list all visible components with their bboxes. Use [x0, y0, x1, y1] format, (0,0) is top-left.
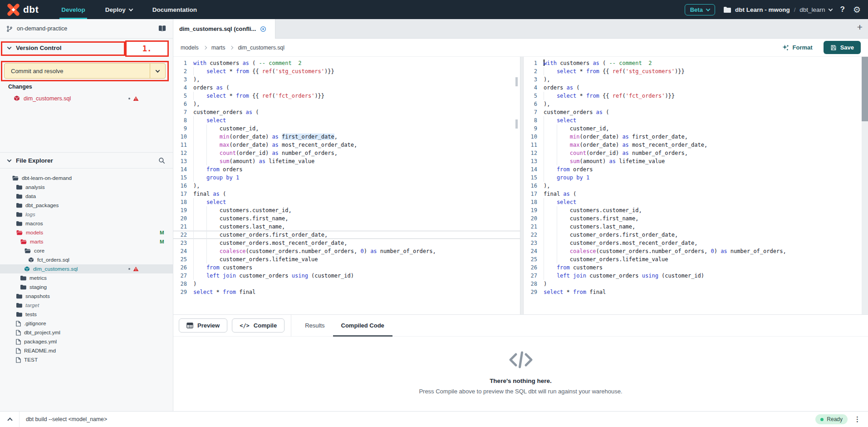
tree-item-label: logs — [25, 211, 35, 218]
line-number: 21 — [524, 223, 537, 231]
tree-item-staging[interactable]: staging — [0, 283, 173, 292]
line-number: 3 — [524, 75, 537, 84]
tree-item-metrics[interactable]: metrics — [0, 273, 173, 283]
folder-icon — [16, 293, 22, 299]
tree-item-data[interactable]: data — [0, 192, 173, 201]
chevron-up-icon[interactable] — [7, 417, 12, 422]
code-line: 25customer_orders.lifetime_value — [524, 255, 868, 263]
code-editor-left[interactable]: 1with customers as ( -- comment 22select… — [173, 57, 520, 314]
tree-item-models[interactable]: modelsM — [0, 228, 173, 237]
tree-item-label: core — [34, 248, 44, 254]
dbt-logo[interactable]: dbt — [7, 0, 39, 19]
tree-item-label: dbt_project.yml — [24, 329, 60, 336]
code-line: 7customer_orders as ( — [173, 108, 520, 116]
tree-item-snapshots[interactable]: snapshots — [0, 292, 173, 301]
settings-gear-icon[interactable]: ⚙ — [853, 5, 861, 15]
code-line: 2select * from {{ ref('stg_customers')}} — [173, 67, 520, 75]
project-dropdown[interactable]: dbt_learn — [799, 6, 832, 13]
nav-develop[interactable]: Develop — [59, 0, 87, 19]
chevron-right-icon — [203, 45, 206, 49]
open-file-tab[interactable]: dim_customers.sql (confli... — [173, 19, 275, 39]
line-number: 9 — [173, 124, 187, 133]
line-number: 26 — [524, 263, 537, 272]
line-number: 13 — [524, 157, 537, 165]
breadcrumb-file[interactable]: dim_customers.sql — [238, 45, 284, 51]
scrollbar[interactable] — [862, 57, 868, 314]
tree-item-logs[interactable]: logs — [0, 210, 173, 219]
search-icon[interactable] — [158, 157, 165, 164]
line-number: 26 — [173, 263, 187, 272]
empty-state-subtitle: Press Compile above to preview the SQL d… — [173, 388, 868, 395]
tree-item-.gitignore[interactable]: .gitignore — [0, 319, 173, 328]
tree-item-README.md[interactable]: README.md — [0, 346, 173, 355]
divider — [291, 315, 291, 337]
file-explorer-header[interactable]: File Explorer — [0, 152, 173, 169]
tree-item-macros[interactable]: macros — [0, 219, 173, 228]
help-icon[interactable]: ? — [840, 5, 845, 14]
tree-item-dim_customers.sql[interactable]: dim_customers.sql — [0, 264, 173, 273]
line-number: 4 — [173, 84, 187, 92]
tree-item-target[interactable]: target — [0, 301, 173, 310]
code-line: 17final as ( — [524, 190, 868, 198]
tree-item-label: tests — [25, 311, 37, 318]
tree-item-label: fct_orders.sql — [37, 257, 69, 263]
kebab-menu-icon[interactable]: ⋮ — [854, 415, 861, 423]
tab-compiled-code[interactable]: Compiled Code — [341, 315, 384, 337]
compile-button[interactable]: </> Compile — [232, 318, 284, 333]
preview-button[interactable]: Preview — [179, 318, 227, 333]
line-number: 20 — [524, 214, 537, 223]
beta-dropdown[interactable]: Beta — [685, 4, 715, 15]
code-line: 11max(order_date) as most_recent_order_d… — [173, 141, 520, 149]
scrollbar-thumb[interactable] — [862, 57, 868, 121]
conflict-warning-icon — [133, 96, 139, 101]
line-number: 2 — [524, 67, 537, 75]
file-icon — [16, 339, 21, 345]
breadcrumb-marts[interactable]: marts — [211, 45, 226, 51]
tree-item-core[interactable]: core — [0, 246, 173, 255]
tree-item-TEST[interactable]: TEST — [0, 355, 173, 364]
tree-item-packages.yml[interactable]: packages.yml — [0, 337, 173, 346]
code-line: 22customer_orders.first_order_date, — [524, 231, 868, 239]
pane-divider[interactable] — [520, 57, 524, 314]
commit-dropdown-caret[interactable] — [150, 64, 165, 78]
code-editor-right[interactable]: 1with customers as ( -- comment 22select… — [524, 57, 868, 314]
commit-and-resolve-button[interactable]: Commit and resolve — [4, 63, 166, 79]
breadcrumb-separator: / — [794, 6, 796, 13]
tree-item-dbt_packages[interactable]: dbt_packages — [0, 201, 173, 210]
file-explorer-title: File Explorer — [16, 157, 53, 164]
results-panel: Preview </> Compile Results Compiled Cod… — [173, 314, 868, 411]
nav-documentation[interactable]: Documentation — [151, 0, 199, 19]
git-branch-row[interactable]: on-demand-practice — [0, 19, 173, 39]
line-number: 15 — [524, 174, 537, 182]
folder-open-icon — [24, 248, 31, 253]
command-input[interactable]: dbt build --select <model_name> — [26, 416, 107, 422]
format-button[interactable]: Format — [782, 44, 813, 51]
save-floppy-icon — [830, 45, 837, 51]
nav-deploy[interactable]: Deploy — [103, 0, 134, 19]
tree-item-analysis[interactable]: analysis — [0, 183, 173, 192]
tree-item-fct_orders.sql[interactable]: fct_orders.sql — [0, 255, 173, 264]
breadcrumb-models[interactable]: models — [181, 45, 199, 51]
docs-book-icon[interactable] — [158, 25, 167, 32]
code-line: 6), — [524, 100, 868, 108]
tree-item-tests[interactable]: tests — [0, 310, 173, 319]
conflict-warning-icon — [133, 266, 139, 272]
new-tab-button[interactable]: + — [857, 22, 863, 33]
changed-file-row[interactable]: dim_customers.sql — [0, 94, 173, 104]
tree-item-label: README.md — [24, 348, 56, 354]
line-number: 19 — [524, 206, 537, 214]
tree-item-dbt_project.yml[interactable]: dbt_project.yml — [0, 328, 173, 337]
tree-item-dbt-learn-on-demand[interactable]: dbt-learn-on-demand — [0, 174, 173, 183]
tree-item-marts[interactable]: martsM — [0, 237, 173, 246]
save-button[interactable]: Save — [824, 41, 861, 54]
account-switcher[interactable]: dbt Learn - mwong / dbt_learn — [723, 6, 832, 13]
status-label: Ready — [827, 416, 843, 422]
code-line: 11max(order_date) as most_recent_order_d… — [524, 141, 868, 149]
tab-results[interactable]: Results — [305, 315, 324, 337]
code-line: 10min(order_date) as first_order_date, — [173, 133, 520, 141]
folder-icon — [16, 212, 22, 217]
chevron-down-icon — [7, 45, 12, 50]
branch-name: on-demand-practice — [17, 25, 67, 32]
tree-item-label: dim_customers.sql — [33, 266, 78, 272]
code-line: 9customer_id, — [524, 124, 868, 133]
